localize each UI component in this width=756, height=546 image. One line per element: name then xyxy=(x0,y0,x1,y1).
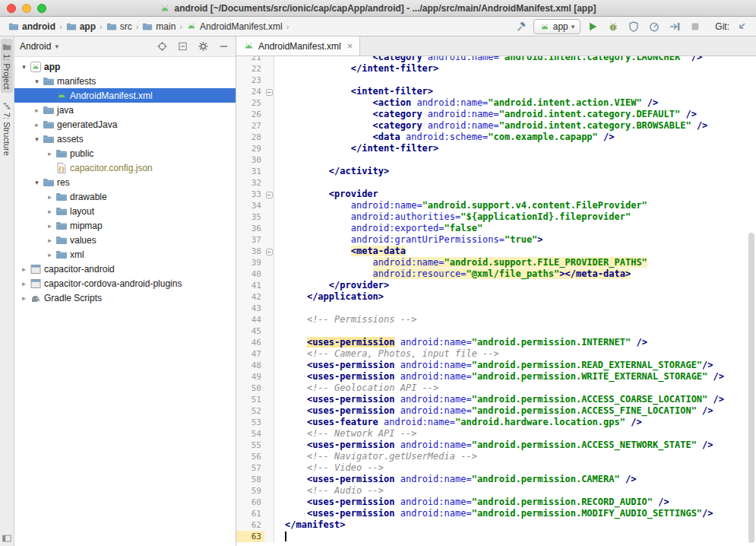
settings-button[interactable] xyxy=(196,40,210,53)
code-line-56[interactable]: 56 <!-- Navigator.getUserMedia --> xyxy=(236,451,756,462)
code-line-46[interactable]: 46 <uses-permission android:name="androi… xyxy=(236,337,756,348)
code-line-50[interactable]: 50 <!-- Geolocation API --> xyxy=(236,383,756,394)
collapsed-arrow-icon[interactable]: ▸ xyxy=(45,236,55,244)
code-line-49[interactable]: 49 <uses-permission android:name="androi… xyxy=(236,371,756,383)
code-line-34[interactable]: 34 android:name="android.support.v4.cont… xyxy=(236,200,756,211)
editor-scrollbar[interactable] xyxy=(748,233,754,543)
collapsed-arrow-icon[interactable]: ▸ xyxy=(19,280,29,287)
code-line-21[interactable]: 21 <category android:name="android.inten… xyxy=(236,56,756,63)
tree-item-app[interactable]: ▾app xyxy=(14,59,236,74)
code-line-55[interactable]: 55 <uses-permission android:name="androi… xyxy=(236,440,756,451)
code-line-28[interactable]: 28 <data android:scheme="com.example.cap… xyxy=(236,132,756,143)
code-line-29[interactable]: 29 </intent-filter> xyxy=(236,143,756,154)
code-line-41[interactable]: 41 </provider> xyxy=(236,280,756,291)
expanded-arrow-icon[interactable]: ▾ xyxy=(32,78,42,85)
tree-item-drawable[interactable]: ▸drawable xyxy=(14,189,236,204)
build-hammer-button[interactable] xyxy=(513,18,530,35)
collapse-all-button[interactable] xyxy=(176,40,189,53)
breadcrumb-app[interactable]: app xyxy=(64,21,98,32)
project-view-selector[interactable]: Android xyxy=(20,41,51,52)
debug-button[interactable] xyxy=(605,18,622,35)
tree-item-layout[interactable]: ▸layout xyxy=(14,204,236,218)
fold-icon[interactable]: − xyxy=(266,249,273,256)
tree-item-values[interactable]: ▸values xyxy=(14,233,236,247)
collapsed-arrow-icon[interactable]: ▸ xyxy=(32,121,42,129)
code-editor[interactable]: 21 <category android:name="android.inten… xyxy=(236,56,756,546)
code-line-44[interactable]: 44 <!-- Permissions --> xyxy=(236,314,756,325)
code-line-47[interactable]: 47 <!-- Camera, Photos, input file --> xyxy=(236,348,756,360)
expanded-arrow-icon[interactable]: ▾ xyxy=(32,179,42,186)
code-line-48[interactable]: 48 <uses-permission android:name="androi… xyxy=(236,360,756,371)
tree-item-java[interactable]: ▸java xyxy=(14,103,236,117)
collapsed-arrow-icon[interactable]: ▸ xyxy=(45,222,55,230)
collapsed-arrow-icon[interactable]: ▸ xyxy=(45,251,55,259)
code-line-35[interactable]: 35 android:authorities="${applicationId}… xyxy=(236,211,756,223)
run-configuration-dropdown[interactable]: app ▾ xyxy=(533,19,581,34)
project-toolwindow-tab[interactable]: 1: Project xyxy=(1,39,13,93)
code-line-51[interactable]: 51 <uses-permission android:name="androi… xyxy=(236,394,756,405)
collapsed-arrow-icon[interactable]: ▸ xyxy=(19,294,29,302)
tree-item-generatedjava[interactable]: ▸generatedJava xyxy=(14,117,236,132)
toolwindow-toggle-icon[interactable] xyxy=(2,533,12,544)
code-line-61[interactable]: 61 <uses-permission android:name="androi… xyxy=(236,508,756,519)
collapsed-arrow-icon[interactable]: ▸ xyxy=(45,193,55,201)
breadcrumb-android[interactable]: android xyxy=(6,21,58,32)
code-line-31[interactable]: 31 </activity> xyxy=(236,166,756,177)
code-line-27[interactable]: 27 <category android:name="android.inten… xyxy=(236,120,756,132)
minimize-window-button[interactable] xyxy=(22,4,31,13)
tree-item-capacitor-config-json[interactable]: {}capacitor.config.json xyxy=(14,160,236,175)
code-line-42[interactable]: 42 </application> xyxy=(236,291,756,303)
expanded-arrow-icon[interactable]: ▾ xyxy=(32,135,42,143)
code-line-22[interactable]: 22 </intent-filter> xyxy=(236,63,756,75)
tree-item-capacitor-cordova-android-plugins[interactable]: ▸capacitor-cordova-android-plugins xyxy=(14,276,236,290)
code-line-59[interactable]: 59 <!-- Audio --> xyxy=(236,485,756,497)
code-line-23[interactable]: 23 xyxy=(236,75,756,86)
code-line-52[interactable]: 52 <uses-permission android:name="androi… xyxy=(236,405,756,417)
code-line-57[interactable]: 57 <!-- Video --> xyxy=(236,462,756,474)
run-button[interactable] xyxy=(584,18,601,35)
code-line-24[interactable]: 24− <intent-filter> xyxy=(236,86,756,97)
fold-icon[interactable]: − xyxy=(266,89,273,96)
code-line-25[interactable]: 25 <action android:name="android.intent.… xyxy=(236,97,756,109)
profiler-button[interactable] xyxy=(646,18,663,35)
collapsed-arrow-icon[interactable]: ▸ xyxy=(45,150,55,157)
code-line-26[interactable]: 26 <category android:name="android.inten… xyxy=(236,109,756,120)
code-line-36[interactable]: 36 android:exported="false" xyxy=(236,223,756,234)
hide-panel-button[interactable] xyxy=(217,40,230,53)
code-line-33[interactable]: 33− <provider xyxy=(236,189,756,200)
breadcrumb-main[interactable]: main xyxy=(140,21,178,32)
code-line-30[interactable]: 30 xyxy=(236,154,756,166)
code-line-60[interactable]: 60 <uses-permission android:name="androi… xyxy=(236,497,756,508)
run-with-coverage-button[interactable] xyxy=(625,18,642,35)
tab-androidmanifest[interactable]: AndroidManifest.xml × xyxy=(236,37,360,56)
code-line-32[interactable]: 32 xyxy=(236,177,756,189)
zoom-window-button[interactable] xyxy=(37,4,46,13)
code-line-40[interactable]: 40 android:resource="@xml/file_paths"></… xyxy=(236,268,756,280)
collapsed-arrow-icon[interactable]: ▸ xyxy=(45,208,55,215)
code-line-38[interactable]: 38− <meta-data xyxy=(236,246,756,257)
tree-item-mipmap[interactable]: ▸mipmap xyxy=(14,218,236,233)
tree-item-assets[interactable]: ▾assets xyxy=(14,132,236,146)
stop-button[interactable] xyxy=(687,18,704,35)
collapsed-arrow-icon[interactable]: ▸ xyxy=(19,265,29,273)
fold-icon[interactable]: − xyxy=(266,192,273,198)
expanded-arrow-icon[interactable]: ▾ xyxy=(19,63,29,71)
update-project-button[interactable] xyxy=(733,18,750,35)
breadcrumb-src[interactable]: src xyxy=(104,21,134,32)
tree-item-res[interactable]: ▾res xyxy=(14,175,236,189)
close-window-button[interactable] xyxy=(7,4,16,13)
code-line-62[interactable]: 62</manifest> xyxy=(236,519,756,531)
breadcrumb-androidmanifest-xml[interactable]: AndroidManifest.xml xyxy=(184,21,285,32)
tree-item-manifests[interactable]: ▾manifests xyxy=(14,74,236,88)
tree-item-androidmanifest-xml[interactable]: AndroidManifest.xml xyxy=(14,88,236,103)
tree-item-gradle-scripts[interactable]: ▸Gradle Scripts xyxy=(14,290,236,305)
select-opened-file-button[interactable] xyxy=(155,40,169,53)
code-line-45[interactable]: 45 xyxy=(236,325,756,337)
code-line-53[interactable]: 53 <uses-feature android:name="android.h… xyxy=(236,417,756,428)
tree-item-xml[interactable]: ▸xml xyxy=(14,247,236,262)
tree-item-capacitor-android[interactable]: ▸capacitor-android xyxy=(14,262,236,276)
structure-toolwindow-tab[interactable]: 7: Structure xyxy=(1,97,13,160)
attach-debugger-button[interactable] xyxy=(666,18,683,35)
code-line-63[interactable]: 63 xyxy=(236,531,756,542)
tree-item-public[interactable]: ▸public xyxy=(14,146,236,160)
